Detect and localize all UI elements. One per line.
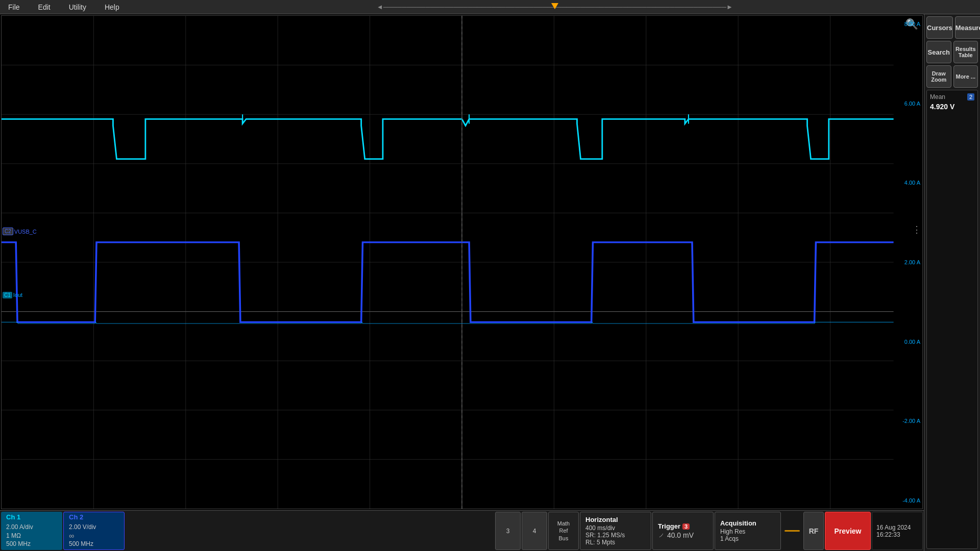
menu-edit[interactable]: Edit bbox=[34, 2, 55, 12]
trigger-panel[interactable]: Trigger 3 ⟋ 40.0 mV bbox=[652, 512, 714, 550]
top-buttons-row: Cursors Measure bbox=[926, 16, 978, 39]
ch1-label: C1 Iout bbox=[3, 292, 22, 298]
acq-title: Acquisition bbox=[720, 519, 775, 527]
menu-file[interactable]: File bbox=[4, 2, 24, 12]
trigger-badge: 3 bbox=[682, 523, 690, 530]
menu-help[interactable]: Help bbox=[101, 2, 124, 12]
draw-more-row: Draw Zoom More ... bbox=[926, 65, 978, 88]
draw-zoom-button[interactable]: Draw Zoom bbox=[926, 65, 951, 88]
time-display: 16:22:33 bbox=[876, 531, 918, 538]
search-results-row: Search Results Table bbox=[926, 41, 978, 63]
measurement-panel: 2 Mean 4.920 V bbox=[926, 90, 978, 549]
sample-rate: SR: 1.25 MS/s bbox=[585, 532, 646, 539]
btn-4[interactable]: 4 bbox=[522, 512, 547, 550]
ch1-signal-name: Iout bbox=[13, 292, 22, 298]
y-label-6: 6.00 A bbox=[902, 101, 920, 107]
main-area: 🔍 8.00 A 6.00 A 4.00 A 2.00 A 0.00 A -2.… bbox=[0, 14, 980, 551]
ref-label: Ref bbox=[559, 527, 568, 534]
trigger-position-indicator: ⋮ bbox=[912, 228, 921, 232]
trigger-title: Trigger 3 bbox=[658, 522, 708, 530]
ch2-bandwidth: 500 MHz bbox=[69, 540, 119, 548]
horizontal-title: Horizontal bbox=[585, 516, 646, 523]
horizontal-panel[interactable]: Horizontal 400 ms/div SR: 1.25 MS/s RL: … bbox=[580, 512, 651, 550]
record-length: RL: 5 Mpts bbox=[585, 539, 646, 546]
ch2-label: C2 VUSB_C bbox=[3, 228, 37, 235]
preview-button[interactable]: Preview bbox=[825, 512, 871, 550]
ch1-info-panel[interactable]: Ch 1 2.00 A/div 1 MΩ 500 MHz bbox=[1, 512, 62, 550]
waveform-display[interactable]: 🔍 8.00 A 6.00 A 4.00 A 2.00 A 0.00 A -2.… bbox=[1, 15, 923, 509]
more-button[interactable]: More ... bbox=[953, 65, 978, 88]
search-button[interactable]: Search bbox=[926, 41, 951, 63]
acquisition-panel[interactable]: Acquisition High Res 1 Acqs bbox=[715, 512, 781, 550]
scope-area: 🔍 8.00 A 6.00 A 4.00 A 2.00 A 0.00 A -2.… bbox=[0, 14, 924, 551]
ch2-title: Ch 2 bbox=[69, 513, 119, 521]
y-label-4: 4.00 A bbox=[902, 180, 920, 186]
y-label-8: 8.00 A bbox=[902, 21, 920, 27]
menu-utility[interactable]: Utility bbox=[65, 2, 90, 12]
trigger-level: 40.0 mV bbox=[667, 531, 694, 539]
measure-button[interactable]: Measure bbox=[955, 16, 980, 39]
date-display: 16 Aug 2024 bbox=[876, 524, 918, 531]
waveform-indicator bbox=[782, 512, 802, 550]
ch1-bandwidth: 500 MHz bbox=[6, 540, 57, 548]
bottom-bar: Ch 1 2.00 A/div 1 MΩ 500 MHz Ch 2 2.00 V… bbox=[0, 510, 924, 551]
ch1-impedance: 1 MΩ bbox=[6, 532, 57, 540]
y-label-0: 0.00 A bbox=[902, 339, 920, 345]
y-label-minus4: -4.00 A bbox=[902, 497, 920, 504]
ch1-badge: C1 bbox=[3, 292, 12, 298]
ch2-bandwidth-icon: ∞ bbox=[69, 532, 119, 540]
rf-button[interactable]: RF bbox=[803, 512, 824, 550]
time-div: 400 ms/div bbox=[585, 524, 646, 532]
btn-3[interactable]: 3 bbox=[495, 512, 521, 550]
ch2-waveform bbox=[2, 242, 894, 322]
math-ref-bus-button[interactable]: Math Ref Bus bbox=[548, 512, 579, 550]
trigger-symbol: ⟋ 40.0 mV bbox=[658, 531, 708, 539]
y-label-minus2: -2.00 A bbox=[902, 418, 920, 424]
ch1-waveform bbox=[2, 119, 894, 159]
right-panel: Cursors Measure Search Results Table Dra… bbox=[924, 14, 980, 551]
ch2-badge: C2 bbox=[3, 228, 13, 235]
acq-mode: High Res bbox=[720, 528, 775, 535]
ch2-signal-name: VUSB_C bbox=[14, 229, 37, 235]
acq-count: 1 Acqs bbox=[720, 535, 775, 542]
y-label-2: 2.00 A bbox=[902, 259, 920, 265]
datetime-display: 16 Aug 2024 16:22:33 bbox=[872, 512, 923, 550]
ch1-vdiv: 2.00 A/div bbox=[6, 523, 57, 532]
results-table-button[interactable]: Results Table bbox=[953, 41, 978, 63]
ch1-title: Ch 1 bbox=[6, 513, 57, 521]
ch2-vdiv: 2.00 V/div bbox=[69, 523, 119, 532]
bus-label: Bus bbox=[559, 535, 569, 542]
y-axis-labels: 8.00 A 6.00 A 4.00 A 2.00 A 0.00 A -2.00… bbox=[902, 16, 920, 509]
ch2-info-panel[interactable]: Ch 2 2.00 V/div ∞ 500 MHz bbox=[63, 512, 125, 550]
cursors-button[interactable]: Cursors bbox=[926, 16, 953, 39]
menu-bar: File Edit Utility Help ◄────────────────… bbox=[0, 0, 980, 14]
waveform-svg bbox=[2, 16, 922, 509]
meas-mean-value: 4.920 V bbox=[930, 103, 974, 111]
math-label: Math bbox=[557, 520, 570, 527]
meas-channel-badge: 2 bbox=[967, 93, 974, 101]
